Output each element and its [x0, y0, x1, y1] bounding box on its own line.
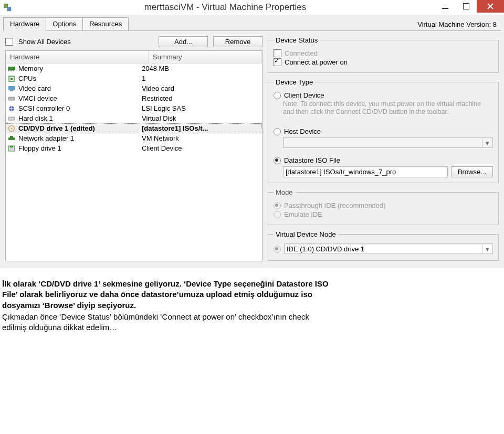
client-device-radio[interactable] [274, 92, 281, 99]
svg-rect-20 [10, 146, 13, 147]
vdn-select[interactable]: IDE (1:0) CD/DVD drive 1 ▾ [284, 244, 493, 254]
tab-strip: Hardware Options Resources [3, 17, 128, 30]
hardware-row[interactable]: Memory2048 MB [6, 63, 262, 73]
client-device-note: Note: To connect this device, you must p… [283, 100, 493, 116]
svg-rect-10 [8, 86, 15, 90]
svg-rect-4 [8, 67, 15, 70]
hardware-row[interactable]: VMCI deviceRestricted [6, 93, 262, 103]
col-summary[interactable]: Summary [149, 51, 262, 63]
hardware-list[interactable]: Hardware Summary Memory2048 MBCPUs1Video… [5, 50, 262, 261]
svg-rect-9 [10, 78, 13, 80]
datastore-iso-path-input[interactable]: [datastore1] ISOs/tr_windows_7_pro [283, 166, 448, 177]
network-icon [6, 135, 17, 142]
svg-rect-6 [10, 70, 12, 71]
mode-group: Mode Passthrough IDE (recommended) Emula… [268, 188, 499, 225]
datastore-iso-radio[interactable] [274, 157, 281, 164]
vm-version-label: Virtual Machine Version: 8 [417, 17, 497, 28]
svg-rect-2 [442, 8, 448, 9]
host-device-label: Host Device [284, 128, 321, 135]
svg-rect-18 [10, 136, 13, 137]
hardware-name: Network adapter 1 [17, 134, 141, 142]
svg-point-16 [11, 128, 13, 129]
hardware-summary: LSI Logic SAS [141, 104, 262, 112]
hardware-name: Memory [17, 65, 141, 72]
virtual-device-node-group: Virtual Device Node IDE (1:0) CD/DVD dri… [268, 230, 499, 261]
hardware-name: CPUs [17, 75, 141, 82]
connected-checkbox [274, 49, 281, 57]
remove-button[interactable]: Remove [213, 36, 262, 47]
video-card-icon [6, 85, 17, 92]
device-status-legend: Device Status [274, 36, 320, 44]
hardware-row[interactable]: SCSI controller 0LSI Logic SAS [6, 103, 262, 113]
vdn-legend: Virtual Device Node [274, 230, 338, 238]
passthrough-ide-radio [274, 202, 281, 209]
svg-rect-14 [8, 117, 15, 120]
vdn-value: IDE (1:0) CD/DVD drive 1 [287, 245, 364, 253]
disk-icon [6, 115, 17, 122]
tab-options[interactable]: Options [46, 17, 83, 30]
device-status-group: Device Status Connected Connect at power… [268, 36, 499, 73]
hardware-summary: 2048 MB [141, 65, 262, 72]
emulate-ide-radio [274, 211, 281, 218]
col-hardware[interactable]: Hardware [6, 51, 149, 63]
emulate-ide-label: Emulate IDE [284, 210, 322, 218]
hardware-summary: Client Device [141, 144, 262, 152]
close-button[interactable] [477, 0, 504, 13]
show-all-devices-checkbox[interactable] [5, 38, 13, 46]
instruction-text: İlk olarak ‘CD/DVD drive 1’ sekmesine ge… [0, 273, 504, 312]
hardware-row[interactable]: CD/DVD drive 1 (edited)[datastore1] ISOs… [6, 123, 262, 133]
hardware-name: Hard disk 1 [17, 114, 141, 122]
hardware-name: Floppy drive 1 [17, 144, 141, 152]
browse-button[interactable]: Browse... [451, 166, 493, 177]
hardware-row[interactable]: Network adapter 1VM Network [6, 133, 262, 143]
add-button[interactable]: Add... [159, 36, 208, 47]
titlebar: merttasciVM - Virtual Machine Properties [0, 0, 504, 15]
hardware-row[interactable]: Floppy drive 1Client Device [6, 143, 262, 153]
tab-hardware[interactable]: Hardware [3, 17, 46, 31]
hardware-name: CD/DVD drive 1 (edited) [17, 124, 141, 132]
instruction-text-2: Çıkmadan önce ‘Device Status’ bölümündek… [0, 312, 504, 334]
host-device-select: ▾ [283, 137, 493, 148]
mode-legend: Mode [274, 188, 295, 196]
hardware-row[interactable]: CPUs1 [6, 73, 262, 83]
hardware-name: SCSI controller 0 [17, 104, 141, 112]
connected-label: Connected [285, 49, 318, 57]
svg-rect-5 [8, 70, 9, 71]
connect-at-power-on-checkbox[interactable] [274, 58, 281, 66]
memory-icon [6, 65, 17, 72]
client-device-label: Client Device [284, 91, 324, 99]
scsi-icon [6, 105, 17, 112]
hardware-name: VMCI device [17, 94, 141, 102]
window-title: merttasciVM - Virtual Machine Properties [16, 0, 435, 13]
svg-rect-1 [7, 7, 11, 11]
connect-at-power-on-label: Connect at power on [285, 58, 348, 66]
passthrough-ide-label: Passthrough IDE (recommended) [284, 202, 386, 209]
hardware-summary: Video card [141, 84, 262, 92]
app-icon [0, 0, 16, 14]
svg-rect-11 [10, 90, 13, 91]
maximize-button[interactable] [456, 0, 477, 13]
hardware-summary: Restricted [141, 94, 262, 102]
list-header: Hardware Summary [6, 51, 262, 63]
datastore-iso-label: Datastore ISO File [284, 156, 340, 164]
host-device-radio[interactable] [274, 128, 281, 135]
hardware-row[interactable]: Hard disk 1Virtual Disk [6, 113, 262, 123]
vdn-radio [274, 246, 281, 253]
chevron-down-icon[interactable]: ▾ [482, 245, 491, 253]
vmci-icon [6, 95, 17, 102]
cpu-icon [6, 75, 17, 82]
tab-resources[interactable]: Resources [82, 17, 129, 30]
svg-rect-12 [8, 97, 15, 100]
hardware-name: Video card [17, 84, 141, 92]
svg-rect-17 [8, 137, 15, 140]
cd-dvd-icon [6, 125, 17, 132]
hardware-summary: Virtual Disk [141, 114, 262, 122]
svg-rect-7 [13, 70, 14, 71]
hardware-summary: [datastore1] ISOs/t... [141, 124, 262, 132]
svg-rect-3 [463, 3, 469, 9]
device-type-legend: Device Type [274, 78, 315, 86]
hardware-row[interactable]: Video cardVideo card [6, 83, 262, 93]
hardware-summary: VM Network [141, 134, 262, 142]
show-all-devices-label: Show All Devices [18, 38, 153, 46]
minimize-button[interactable] [435, 0, 456, 13]
